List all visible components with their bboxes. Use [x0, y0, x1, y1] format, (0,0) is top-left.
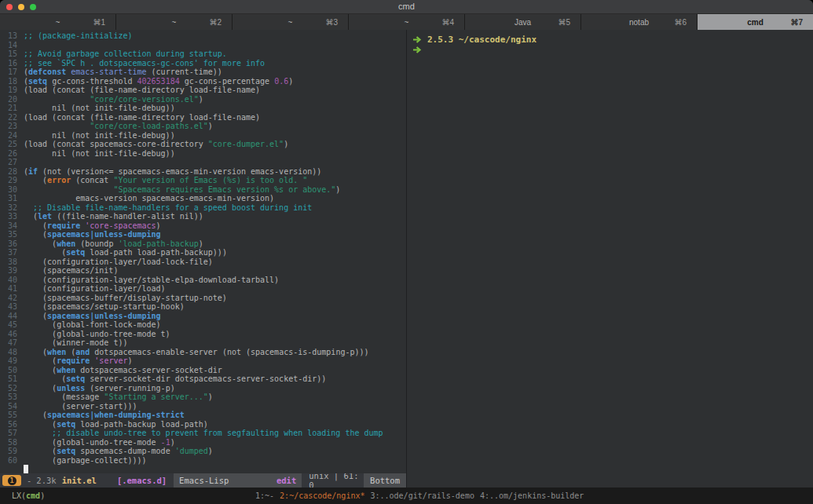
code-text: (when dotspacemacs-server-socket-dir	[24, 366, 222, 375]
tab-shortcut: ⌘1	[93, 18, 105, 27]
window-title: cmd	[0, 0, 813, 13]
line-number: 33	[0, 212, 17, 221]
code-text: (require 'server)	[24, 356, 133, 366]
zoom-button[interactable]	[30, 4, 36, 10]
code-text: (when (boundp 'load-path-backup)	[24, 239, 203, 249]
tab-Java[interactable]: Java⌘5	[465, 14, 581, 30]
code-line: 15;; Avoid garbage collection during sta…	[0, 49, 406, 59]
tmux-session: LX(cmd)	[12, 491, 45, 500]
line-number: 26	[0, 149, 17, 159]
code-text: (configuration-layer/load)	[24, 284, 166, 294]
code-line: 57 ;; disable undo-tree to prevent from …	[0, 429, 406, 438]
code-area[interactable]: 13;; (package-initialize)1415;; Avoid ga…	[0, 30, 406, 473]
code-line: 14	[0, 41, 406, 50]
close-button[interactable]	[6, 4, 13, 10]
code-line: 40 (configuration-layer/stable-elpa-down…	[0, 276, 406, 285]
code-text: (load (concat (file-name-directory load-…	[24, 113, 260, 122]
code-line: 23 "core/core-load-paths.el")	[0, 122, 406, 131]
tab-notab[interactable]: notab⌘6	[581, 14, 698, 30]
code-line: 52 (unless (server-running-p)	[0, 384, 406, 393]
line-number: 49	[0, 356, 17, 366]
code-text: (global-font-lock-mode)	[24, 320, 161, 330]
line-number: 29	[0, 176, 17, 185]
window-number-badge: 1	[2, 475, 21, 486]
minimize-button[interactable]	[18, 4, 24, 10]
buffer-name: init.el	[62, 476, 97, 485]
line-number: 34	[0, 221, 17, 231]
code-text: (configuration-layer/load-lock-file)	[24, 257, 213, 267]
line-number: 14	[0, 41, 17, 50]
line-number: 58	[0, 438, 17, 447]
tab-bar: ~⌘1~⌘2~⌘3~⌘4Java⌘5notab⌘6cmd⌘7	[0, 14, 813, 30]
line-number: 16	[0, 59, 17, 68]
window-titlebar: cmd	[0, 0, 813, 14]
code-text: (setq server-socket-dir dotspacemacs-ser…	[24, 374, 326, 384]
code-line: 43 (spacemacs/setup-startup-hook)	[0, 302, 406, 312]
line-number: 54	[0, 402, 17, 411]
tab-shortcut: ⌘6	[674, 18, 687, 27]
traffic-lights	[6, 4, 36, 10]
code-text: (if (not (version<= spacemacs-emacs-min-…	[24, 167, 321, 177]
tab-label: Java	[515, 18, 531, 27]
line-number: 46	[0, 330, 17, 339]
code-text: (setq load-path-backup load-path)	[24, 420, 208, 429]
code-text: "core/core-load-paths.el")	[24, 122, 213, 131]
tmux-split: 13;; (package-initialize)1415;; Avoid ga…	[0, 30, 813, 488]
line-number: 59	[0, 447, 17, 456]
line-number: 52	[0, 384, 17, 393]
code-line: 16;; see `SPC h . dotspacemacs-gc-cons' …	[0, 59, 406, 68]
line-number: 31	[0, 194, 17, 203]
tmux-window[interactable]: 2:~/cascode/nginx*	[280, 491, 364, 500]
tmux-window[interactable]: 4:..om/jenkins-builder	[480, 491, 584, 500]
code-text: (global-undo-tree-mode -1)	[24, 438, 175, 447]
code-line: 28(if (not (version<= spacemacs-emacs-mi…	[0, 167, 406, 177]
terminal-pane[interactable]: 2.5.3 ~/cascode/nginx	[406, 30, 813, 488]
line-number: 38	[0, 257, 17, 267]
tab-label: notab	[629, 18, 649, 27]
code-text: (spacemacs/setup-startup-hook)	[24, 302, 185, 312]
code-line: 35 (spacemacs|unless-dumping	[0, 230, 406, 239]
code-line: 17(defconst emacs-start-time (current-ti…	[0, 68, 406, 77]
line-number: 53	[0, 393, 17, 402]
code-text: (setq spacemacs-dump-mode 'dumped)	[24, 447, 213, 456]
tab-[interactable]: ~⌘1	[0, 14, 116, 30]
code-text: "Spacemacs requires Emacs version %s or …	[24, 185, 340, 195]
line-number: 23	[0, 122, 17, 131]
code-line: 49 (require 'server)	[0, 356, 406, 366]
code-line: 24 nil (not init-file-debug))	[0, 131, 406, 141]
buffer-size: 2.3k	[36, 476, 56, 485]
tmux-status-bar: LX(cmd) 1:~-2:~/cascode/nginx*3:..ode/gi…	[0, 488, 813, 504]
line-number: 18	[0, 77, 17, 86]
line-number: 40	[0, 276, 17, 285]
prompt-line	[413, 45, 813, 55]
code-line: 60 (garbage-collect))))	[0, 456, 406, 466]
code-text: ;; Disable file-name-handlers for a spee…	[24, 203, 312, 213]
line-number: 30	[0, 185, 17, 195]
code-line: 59 (setq spacemacs-dump-mode 'dumped)	[0, 447, 406, 456]
tmux-window[interactable]: 3:..ode/git/rails-demo	[370, 491, 474, 500]
code-line: 39 (spacemacs/init)	[0, 266, 406, 276]
code-line: 50 (when dotspacemacs-server-socket-dir	[0, 366, 406, 375]
code-line: 47 (winner-mode t))	[0, 338, 406, 348]
line-number: 45	[0, 320, 17, 330]
code-line: 37 (setq load-path load-path-backup)))	[0, 248, 406, 257]
prompt-arrow-icon	[413, 46, 422, 53]
code-line: 51 (setq server-socket-dir dotspacemacs-…	[0, 374, 406, 384]
line-number: 42	[0, 294, 17, 303]
code-line	[0, 465, 406, 473]
tmux-window[interactable]: 1:~-	[255, 491, 274, 500]
tab-[interactable]: ~⌘3	[233, 14, 349, 30]
modeline-separator: -	[27, 476, 31, 485]
tab-shortcut: ⌘7	[790, 18, 803, 27]
code-text: (load (concat (file-name-directory load-…	[24, 86, 260, 95]
line-number: 32	[0, 203, 17, 213]
code-text	[24, 465, 28, 473]
tab-[interactable]: ~⌘4	[349, 14, 465, 30]
line-number: 50	[0, 366, 17, 375]
tab-[interactable]: ~⌘2	[116, 14, 233, 30]
code-text: (garbage-collect))))	[24, 456, 147, 466]
tab-cmd[interactable]: cmd⌘7	[698, 14, 813, 30]
modeline-segment: Emacs-Lisp edit	[174, 473, 302, 488]
code-text: (defconst emacs-start-time (current-time…	[24, 68, 222, 77]
code-text: nil (not init-file-debug))	[24, 104, 175, 113]
